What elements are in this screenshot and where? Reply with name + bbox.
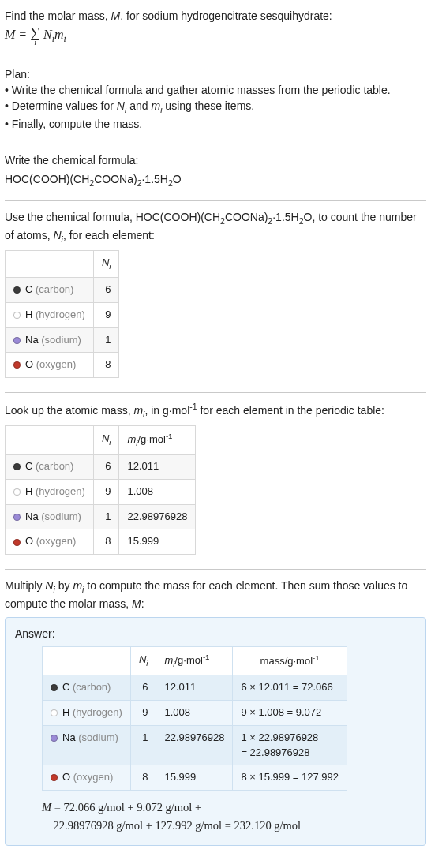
element-dot (51, 684, 58, 691)
element-name: (sodium) (78, 731, 118, 743)
element-symbol: H (62, 706, 69, 718)
molar-mass-formula: M = ∑ i Nimi (5, 25, 426, 47)
table-row: Na (sodium) 1 (6, 327, 119, 353)
element-dot (13, 463, 21, 470)
table-row: C (carbon) 6 12.011 6 × 12.011 = 72.066 (43, 675, 347, 700)
ni-value: 1 (93, 327, 119, 353)
ni-value: 9 (93, 479, 119, 504)
ni-value: 6 (93, 277, 119, 302)
final-m: M (42, 801, 51, 814)
element-name: (hydrogen) (36, 309, 85, 320)
element-dot (13, 337, 21, 344)
table-header-row: Ni mi/g·mol-1 mass/g·mol-1 (43, 646, 347, 675)
atom-count-table: Ni C (carbon) 6 H (hydrogen) 9 Na (sodiu… (5, 250, 119, 378)
element-name: (carbon) (73, 681, 111, 693)
element-name: (oxygen) (36, 535, 77, 547)
atomic-mass-table: Ni mi/g·mol-1 C (carbon) 6 12.011 H (hyd… (5, 425, 196, 555)
lookup-t3: for each element in the periodic table: (197, 404, 384, 417)
element-dot (13, 539, 21, 546)
element-name: (oxygen) (36, 358, 77, 370)
count-atoms-block: Use the chemical formula, HOC(COOH)(CH2C… (5, 204, 426, 387)
element-name: (sodium) (41, 334, 81, 346)
lookup-block: Look up the atomic mass, mi, in g·mol-1 … (5, 396, 426, 564)
intro-block: Find the molar mass, M, for sodium hydro… (5, 3, 426, 53)
table-row: O (oxygen) 8 15.999 (6, 529, 196, 555)
chemical-formula: HOC(COOH)(CH2COONa)2·1.5H2O (5, 171, 426, 189)
count-t3: , for each element: (63, 229, 155, 241)
multiply-block: Multiply Ni by mi to compute the mass fo… (5, 573, 426, 851)
mi-value: 12.011 (119, 454, 196, 479)
element-symbol: H (25, 309, 32, 320)
element-name: (sodium) (41, 511, 81, 522)
multiply-text: Multiply Ni by mi to compute the mass fo… (5, 578, 426, 612)
final-result: M = 72.066 g/mol + 9.072 g/mol + 22.9897… (42, 799, 416, 835)
mult-t1: Multiply (5, 579, 45, 592)
write-formula-block: Write the chemical formula: HOC(COOH)(CH… (5, 148, 426, 196)
plan-block: Plan: • Write the chemical formula and g… (5, 62, 426, 139)
mi-value: 15.999 (119, 529, 196, 555)
mass-value: 1 × 22.98976928= 22.98976928 (233, 725, 347, 765)
count-t1: Use the chemical formula, (5, 211, 136, 223)
ni-value: 1 (130, 725, 156, 765)
element-dot (51, 709, 58, 716)
element-symbol: O (25, 358, 33, 370)
table-row: H (hydrogen) 9 1.008 9 × 1.008 = 9.072 (43, 700, 347, 725)
plan-b2-mid: and (126, 99, 151, 112)
table-row: O (oxygen) 8 (6, 353, 119, 378)
intro-var-m: M (111, 9, 121, 22)
mass-line1: 1 × 22.98976928 (241, 731, 318, 743)
ni-value: 1 (93, 504, 119, 529)
mi-value: 22.98976928 (156, 725, 233, 765)
lookup-t2: , in g·mol (144, 404, 189, 417)
table-row: C (carbon) 6 (6, 277, 119, 302)
element-name: (oxygen) (73, 771, 114, 783)
separator (5, 200, 426, 201)
element-symbol: H (25, 485, 32, 497)
table-row: Na (sodium) 1 22.98976928 (6, 504, 196, 529)
plan-b2-prefix: • Determine values for (5, 99, 117, 112)
mass-value: 8 × 15.999 = 127.992 (233, 765, 347, 791)
element-name: (carbon) (36, 460, 73, 472)
table-row: H (hydrogen) 9 1.008 (6, 479, 196, 504)
element-name: (hydrogen) (73, 706, 122, 718)
table-row: Na (sodium) 1 22.98976928 1 × 22.9897692… (43, 725, 347, 765)
separator (5, 144, 426, 144)
mass-header: mass/g·mol (260, 655, 313, 667)
mult-t4: : (141, 597, 144, 610)
final-line1: = 72.066 g/mol + 9.072 g/mol + (51, 801, 201, 814)
mass-line2: = 22.98976928 (241, 746, 309, 758)
separator (5, 392, 426, 393)
mi-value: 15.999 (156, 765, 233, 791)
separator (5, 58, 426, 58)
lookup-t1: Look up the atomic mass, (5, 404, 133, 417)
intro-text-2: , for sodium hydrogencitrate sesquihydra… (120, 9, 332, 22)
element-dot (13, 361, 21, 369)
final-line2: 22.98976928 g/mol + 127.992 g/mol = 232.… (54, 819, 302, 832)
mass-value: 6 × 12.011 = 72.066 (233, 675, 347, 700)
element-symbol: C (62, 681, 69, 693)
element-symbol: Na (25, 511, 39, 522)
ni-value: 9 (93, 302, 119, 327)
ni-value: 8 (93, 529, 119, 555)
answer-box: Answer: Ni mi/g·mol-1 mass/g·mol-1 C (ca… (5, 617, 426, 846)
plan-bullet-2: • Determine values for Ni and mi using t… (5, 98, 426, 116)
ni-value: 8 (93, 353, 119, 378)
element-dot (51, 774, 58, 781)
table-row: O (oxygen) 8 15.999 8 × 15.999 = 127.992 (43, 765, 347, 791)
element-dot (51, 735, 58, 742)
ni-value: 9 (130, 700, 156, 725)
lookup-text: Look up the atomic mass, mi, in g·mol-1 … (5, 401, 426, 421)
mi-value: 12.011 (156, 675, 233, 700)
element-symbol: O (25, 535, 33, 547)
element-dot (13, 488, 21, 496)
table-header-row: Ni mi/g·mol-1 (6, 425, 196, 454)
element-name: (hydrogen) (36, 485, 85, 497)
separator (5, 569, 426, 570)
intro-text-1: Find the molar mass, (5, 9, 111, 22)
table-row: H (hydrogen) 9 (6, 302, 119, 327)
element-symbol: Na (25, 334, 39, 346)
answer-table: Ni mi/g·mol-1 mass/g·mol-1 C (carbon) 6 … (42, 646, 347, 791)
element-symbol: C (25, 283, 32, 295)
table-header-row: Ni (6, 251, 119, 278)
plan-bullet-1: • Write the chemical formula and gather … (5, 82, 426, 98)
